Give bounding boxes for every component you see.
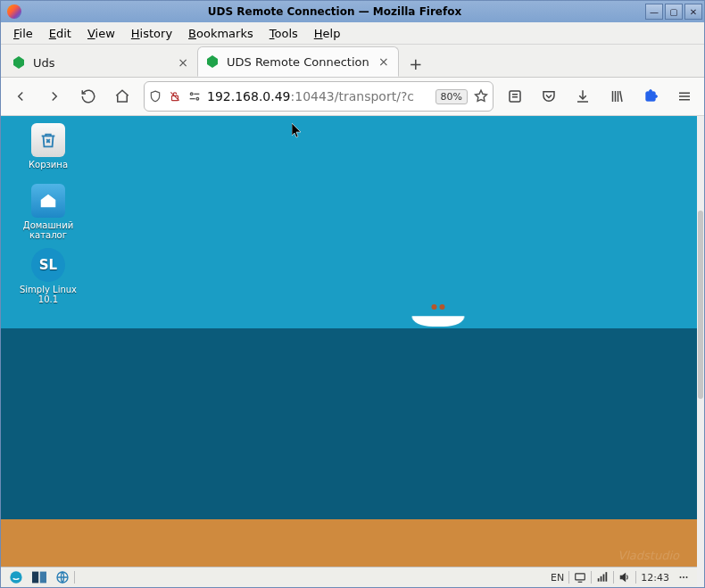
svg-rect-13 — [646, 92, 656, 102]
trash-icon — [31, 123, 65, 157]
svg-point-2 — [190, 93, 193, 95]
window-close-button[interactable]: ✕ — [684, 4, 702, 20]
shield-icon[interactable] — [148, 89, 162, 104]
svg-rect-26 — [601, 576, 602, 582]
window-title: UDS Remote Connection — Mozilla Firefox — [26, 5, 643, 18]
wallpaper-sand — [1, 519, 697, 568]
svg-point-4 — [196, 97, 199, 100]
forward-button[interactable] — [42, 84, 67, 109]
svg-rect-20 — [32, 572, 38, 584]
svg-rect-21 — [40, 572, 46, 584]
svg-rect-27 — [603, 575, 605, 582]
tab-label: Uds — [33, 56, 169, 70]
taskbar-show-desktop[interactable] — [28, 569, 51, 585]
titlebar[interactable]: UDS Remote Connection — Mozilla Firefox … — [1, 1, 704, 22]
taskbar-start-button[interactable] — [4, 569, 28, 585]
tabstrip: Uds × UDS Remote Connection × + — [1, 45, 704, 78]
new-tab-button[interactable]: + — [402, 50, 429, 77]
permissions-icon[interactable] — [187, 89, 202, 104]
svg-point-15 — [655, 95, 658, 98]
taskbar-separator — [74, 571, 75, 584]
tray-menu-icon[interactable] — [674, 569, 693, 585]
address-bar[interactable]: 192.168.0.49:10443/transport/?c 80% — [144, 81, 494, 112]
desktop-icon-trash[interactable]: Корзина — [15, 123, 81, 170]
svg-point-31 — [686, 576, 688, 578]
tray-clock[interactable]: 12:43 — [636, 569, 674, 585]
svg-rect-25 — [598, 578, 600, 582]
menu-help[interactable]: Help — [307, 24, 348, 43]
maximize-button[interactable]: ▢ — [665, 4, 683, 20]
remote-taskbar[interactable]: EN 12:43 — [1, 567, 697, 587]
scrollbar[interactable] — [697, 116, 704, 587]
tab-uds[interactable]: Uds × — [4, 48, 197, 77]
svg-point-30 — [683, 576, 684, 578]
menu-tools[interactable]: Tools — [262, 24, 305, 43]
navbar: 192.168.0.49:10443/transport/?c 80% — [1, 78, 704, 116]
menu-file[interactable]: File — [6, 24, 40, 43]
tab-close-button[interactable]: × — [176, 55, 190, 70]
pocket-icon[interactable] — [536, 84, 561, 109]
menu-bookmarks[interactable]: Bookmarks — [181, 24, 261, 43]
desktop-icon-label: Домашний каталог — [15, 220, 81, 240]
uds-favicon-icon — [205, 54, 220, 69]
tray-volume-icon[interactable] — [614, 569, 635, 585]
firefox-window: UDS Remote Connection — Mozilla Firefox … — [0, 0, 705, 588]
reader-icon[interactable] — [502, 84, 527, 109]
taskbar-browser[interactable] — [51, 569, 74, 585]
back-button[interactable] — [8, 84, 33, 109]
svg-point-14 — [650, 90, 652, 93]
home-button[interactable] — [110, 84, 135, 109]
url-text: 192.168.0.49:10443/transport/?c — [207, 89, 430, 104]
uds-favicon-icon — [12, 55, 26, 70]
wallpaper-boat — [411, 307, 465, 327]
bookmark-star-icon[interactable] — [473, 88, 489, 104]
desktop-icon-label: Simply Linux 10.1 — [15, 285, 81, 304]
desktop-icon-home[interactable]: Домашний каталог — [15, 184, 81, 240]
firefox-icon — [7, 4, 21, 19]
svg-line-12 — [620, 91, 622, 102]
svg-point-19 — [10, 571, 21, 583]
app-menu-button[interactable] — [672, 84, 697, 109]
menu-view[interactable]: View — [80, 24, 122, 43]
desktop-icon-label: Корзина — [15, 160, 81, 170]
page-content: Vladstudio Корзина Домашний каталог SL S… — [1, 116, 704, 587]
scrollbar-thumb[interactable] — [698, 211, 703, 399]
minimize-button[interactable]: — — [645, 4, 663, 20]
menu-edit[interactable]: Edit — [42, 24, 79, 43]
tray-display-icon[interactable] — [569, 569, 591, 585]
simply-linux-icon: SL — [31, 248, 65, 282]
zoom-badge[interactable]: 80% — [435, 89, 468, 104]
desktop-icon-simply-linux[interactable]: SL Simply Linux 10.1 — [15, 248, 81, 304]
wallpaper-watermark: Vladstudio — [618, 549, 679, 562]
downloads-icon[interactable] — [570, 84, 595, 109]
tab-uds-remote[interactable]: UDS Remote Connection × — [197, 46, 399, 77]
svg-rect-23 — [576, 574, 585, 580]
tab-close-button[interactable]: × — [377, 54, 391, 69]
remote-desktop[interactable]: Vladstudio Корзина Домашний каталог SL S… — [1, 116, 697, 587]
tab-label: UDS Remote Connection — [227, 55, 369, 69]
library-icon[interactable] — [604, 84, 629, 109]
menu-history[interactable]: History — [124, 24, 179, 43]
extension-icon[interactable] — [638, 84, 663, 109]
svg-point-29 — [680, 576, 682, 578]
tray-network-icon[interactable] — [592, 569, 613, 585]
home-folder-icon — [31, 184, 65, 218]
svg-rect-28 — [606, 572, 608, 582]
lock-insecure-icon[interactable] — [168, 89, 182, 104]
menubar: File Edit View History Bookmarks Tools H… — [1, 22, 704, 45]
tray-language[interactable]: EN — [546, 569, 568, 585]
reload-button[interactable] — [76, 84, 101, 109]
